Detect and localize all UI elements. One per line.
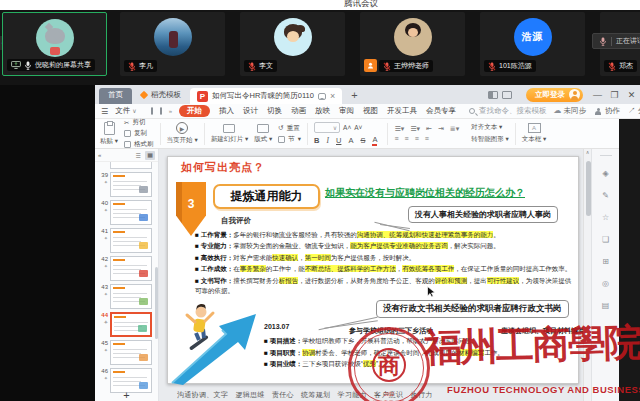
menu-icon[interactable]: ☰ [101,107,108,116]
layout-pane-icon[interactable]: ▤ [602,301,610,310]
text-box-button[interactable]: A 文本框 ▾ [522,123,547,144]
login-button[interactable]: 立即登录 [526,88,583,102]
slide-thumbnail-40[interactable]: 40✦ [97,200,158,225]
grid-view-icon[interactable] [502,91,512,99]
numbered-list-icon[interactable]: ☰▾ [410,125,420,133]
indent-decrease-icon[interactable]: ⇤ [426,125,432,133]
shadow-icon[interactable]: A [348,136,353,145]
thumbnail-view-icon[interactable]: ▦ [145,151,155,160]
animation-pane-icon[interactable]: ☆ [602,213,609,222]
font-color-icon[interactable]: A [372,135,377,146]
cut-button[interactable]: ✂剪切 [124,118,154,127]
restore-icon[interactable]: ❐ [606,90,623,100]
collaborate-button[interactable]: 协作 [594,106,620,116]
underline-icon[interactable]: U [336,136,341,145]
ribbon-tab-4[interactable]: 切换 [267,106,282,116]
align-center-icon[interactable]: ≡ [405,135,409,142]
collapse-panel-icon[interactable]: « [98,152,101,158]
play-from-current-button[interactable]: ▶ 当页开始 ▾ [167,122,198,145]
slide-thumbnail-partial[interactable] [110,162,152,169]
comment-icon[interactable] [318,93,326,100]
scrollbar-thumb[interactable] [586,161,591,216]
ribbon-tab-1[interactable]: 开始 [179,105,210,117]
participant-name: 倪晓莉的屏幕共享 [35,60,91,70]
share-button[interactable]: ↗ 分享 [628,106,640,116]
ribbon-tab-3[interactable]: 设计 [243,106,258,116]
ribbon-tab-8[interactable]: 视图 [363,106,378,116]
slide-thumbnail-preview[interactable] [110,200,152,225]
format-painter-button[interactable]: 格式刷 [124,140,154,149]
paste-button[interactable]: 粘贴 ▾ [100,122,118,146]
slide-thumbnail-42[interactable]: 42✦ [97,256,158,281]
command-search[interactable]: 查找命令、搜索模板 [469,106,547,116]
canvas-scrollbar[interactable]: ∧ [583,149,591,401]
slide-thumbnail-45[interactable]: 45✦ [97,340,158,365]
video-tile-screen-share[interactable]: 倪晓莉的屏幕共享 [2,12,107,76]
ribbon-tab-5[interactable]: 动画 [291,106,306,116]
project-tag-right: 座谈会组织、项目材料编写 [501,326,583,336]
ribbon-tab-9[interactable]: 开发工具 [387,106,417,116]
tab-document-active[interactable]: P 如何写出令HR青睐的简历0110 × [190,88,342,104]
more-tools-icon[interactable]: » [169,108,172,114]
align-right-icon[interactable]: ≡ [415,135,419,142]
video-tile[interactable]: 浩源 101陈浩源 [480,12,585,76]
indent-increase-icon[interactable]: ⇥ [438,125,444,133]
panel-scrollbar[interactable] [155,267,158,339]
edit-pane-icon[interactable]: ✎ [602,191,609,200]
slide-thumbnail-preview[interactable] [110,312,152,337]
align-left-icon[interactable]: ≡ [394,135,398,142]
new-slide-button[interactable]: 新建幻灯片 ▾ [211,124,249,144]
justify-icon[interactable]: ≡ [425,135,429,142]
ribbon-tab-10[interactable]: 会员专享 [426,106,456,116]
slide-page[interactable]: 如何写出亮点？ 3 提炼通用能力 自我评价 如果实在没有与应聘岗位相关的经历怎么… [167,156,579,384]
font-size-select[interactable]: ∨ [314,122,340,133]
align-text-button[interactable]: 对齐文本 ▾ [471,123,509,132]
slide-thumbnail-preview[interactable] [110,340,152,365]
sync-status[interactable]: ☁ 未同步 [554,106,587,116]
strikethrough-icon[interactable]: S [360,136,365,145]
slide-thumbnail-preview[interactable] [110,228,152,253]
slide-thumbnail-44[interactable]: 44✦ [97,312,158,337]
outline-view-icon[interactable]: ☰ [136,152,141,159]
object-pane-icon[interactable]: ⊞ [602,257,609,266]
line-spacing-icon[interactable]: ≣▾ [450,125,459,133]
split-view-icon[interactable] [488,91,498,99]
print-icon[interactable] [160,107,162,115]
slide-thumbnail-41[interactable]: 41✦ [97,228,158,253]
save-icon[interactable] [151,107,153,115]
video-tile[interactable]: 李凡 [120,12,225,76]
file-menu[interactable]: 文件 ∨ [115,106,137,116]
slide-thumbnail-preview[interactable] [110,256,152,281]
thumbnail-list: 39✦40✦41✦42✦43✦44✦45✦46✦ [95,172,158,393]
tile-name-label: 倪晓莉的屏幕共享 [7,59,95,71]
copy-button[interactable]: 复制 [124,129,154,138]
properties-pane-icon[interactable]: ◈ [602,169,608,178]
bold-icon[interactable]: B [314,136,319,145]
slide-thumbnail-43[interactable]: 43✦ [97,284,158,309]
decrease-font-icon[interactable]: A˅ [354,124,362,131]
video-tile[interactable]: 李文 [240,12,345,76]
slide-thumbnail-39[interactable]: 39✦ [97,172,158,197]
minimize-icon[interactable]: — [589,90,606,100]
tab-docer[interactable]: 稻壳模板 [132,85,190,104]
reset-button[interactable]: ↺重置 [278,124,301,133]
ribbon-tab-7[interactable]: 审阅 [339,106,354,116]
new-tab-button[interactable]: + [342,85,366,104]
ribbon-tab-6[interactable]: 放映 [315,106,330,116]
italic-icon[interactable]: I [327,136,330,145]
section-button[interactable]: 节 ▾ [278,135,301,144]
bullet-list-icon[interactable]: ☰▾ [394,125,404,133]
close-icon[interactable]: ✕ [623,90,640,100]
media-pane-icon[interactable]: ◎ [602,279,609,288]
layout-button[interactable]: 版式 ▾ [254,124,272,144]
increase-font-icon[interactable]: A˄ [343,124,351,131]
smart-art-button[interactable]: 转智能图形 ▾ [471,135,509,144]
ribbon-tab-2[interactable]: 插入 [219,106,234,116]
selection-pane-icon[interactable]: ❏ [602,235,609,244]
tab-home[interactable]: 首页 [99,88,132,104]
slide-thumbnail-preview[interactable] [110,172,152,197]
video-tile[interactable]: 王烨烨老师 [360,12,465,76]
add-slide-button[interactable]: + [95,389,158,401]
close-tab-icon[interactable]: × [330,91,335,101]
slide-thumbnail-preview[interactable] [110,284,152,309]
